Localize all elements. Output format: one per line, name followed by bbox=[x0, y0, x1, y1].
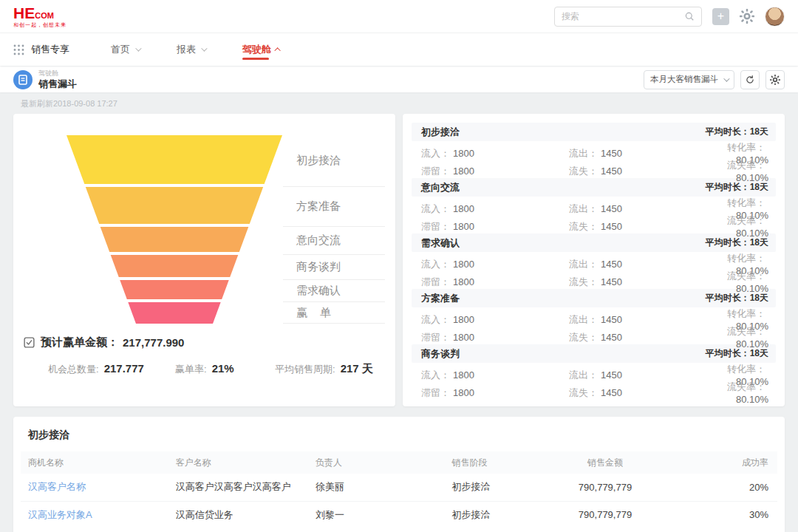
funnel-stat: 赢单率:21% bbox=[175, 362, 275, 376]
funnel-stat: 平均销售周期:217 天 bbox=[275, 362, 373, 376]
metric: 滞留：1800 bbox=[421, 220, 569, 233]
refresh-button[interactable] bbox=[740, 70, 760, 89]
funnel-segment-4[interactable] bbox=[111, 255, 239, 277]
funnel-segment-2[interactable] bbox=[86, 187, 263, 224]
metric-label: 流出： bbox=[569, 203, 598, 214]
metric: 流失：1450 bbox=[569, 220, 695, 233]
chevron-down-icon bbox=[201, 45, 207, 51]
nav-item-2[interactable]: 报表 bbox=[177, 33, 205, 66]
metric-row: 流入：1800流出：1450转化率：80.10% bbox=[412, 307, 776, 325]
metric-value: 1450 bbox=[601, 221, 622, 232]
metric-label: 流出： bbox=[569, 148, 598, 159]
table-header-row: 商机名称客户名称负责人销售阶段销售金额成功率 bbox=[21, 451, 777, 474]
stage-section-header: 初步接洽平均时长：18天 bbox=[412, 123, 776, 141]
metric-value: 1450 bbox=[601, 314, 622, 325]
stage-metrics-card: 初步接洽平均时长：18天流入：1800流出：1450转化率：80.10%滞留：1… bbox=[403, 114, 785, 406]
metric: 流出：1450 bbox=[569, 147, 695, 160]
add-button[interactable]: + bbox=[712, 8, 729, 25]
nav-item-label: 首页 bbox=[111, 43, 130, 56]
metric-label: 流失率： bbox=[727, 270, 765, 282]
table-cell: 刘黎一 bbox=[308, 501, 444, 528]
metric-value: 1450 bbox=[601, 332, 622, 343]
metric-label: 转化率： bbox=[727, 197, 765, 208]
table-row[interactable]: 汉高客户名称汉高客户汉高客户汉高客户徐美丽初步接洽790,779,77920% bbox=[21, 474, 777, 501]
metric-row: 流入：1800流出：1450转化率：80.10% bbox=[412, 197, 776, 214]
metric: 流失率：80.10% bbox=[695, 270, 768, 294]
metric-label: 滞留： bbox=[421, 276, 450, 287]
metric-label: 滞留： bbox=[421, 387, 450, 398]
nav-item-3[interactable]: 驾驶舱 bbox=[242, 33, 281, 66]
table-cell: 初步接洽 bbox=[444, 474, 539, 501]
metric-label: 转化率： bbox=[727, 364, 765, 375]
metric-label: 流失： bbox=[569, 387, 598, 398]
expected-win-amount: 预计赢单金额： 217,777.990 bbox=[24, 335, 184, 349]
metric: 流入：1800 bbox=[421, 147, 569, 160]
metric-value: 1800 bbox=[453, 314, 474, 325]
scope-select-value: 本月大客销售漏斗 bbox=[650, 74, 718, 85]
page-title-bar: 驾驶舱 销售漏斗 本月大客销售漏斗 bbox=[0, 66, 798, 92]
duration-value: 18天 bbox=[750, 293, 768, 303]
metric-value: 1800 bbox=[453, 276, 474, 287]
workspace-switcher[interactable]: 销售专享 bbox=[13, 43, 69, 56]
table-column-header: 负责人 bbox=[308, 451, 444, 474]
settings-button[interactable] bbox=[765, 70, 785, 89]
stage-duration: 平均时长：18天 bbox=[706, 181, 768, 194]
nav-menu: 首页报表驾驶舱 bbox=[111, 33, 318, 66]
metric-value: 1450 bbox=[601, 387, 622, 398]
stage-section-header: 需求确认平均时长：18天 bbox=[412, 233, 776, 252]
stage-section: 意向交流平均时长：18天流入：1800流出：1450转化率：80.10%滞留：1… bbox=[412, 178, 776, 232]
last-refresh-note: 最新刷新2018-09-08 17:27 bbox=[21, 98, 785, 109]
expected-value: 217,777.990 bbox=[123, 336, 184, 349]
expected-label: 预计赢单金额： bbox=[41, 335, 118, 349]
metric: 流出：1450 bbox=[569, 369, 695, 382]
funnel-segment-1[interactable] bbox=[66, 135, 282, 184]
global-search[interactable] bbox=[554, 7, 702, 27]
table-column-header: 商机名称 bbox=[21, 451, 168, 474]
duration-label: 平均时长： bbox=[706, 237, 750, 248]
opportunity-link[interactable]: 汉高业务对象A bbox=[21, 501, 168, 528]
user-avatar[interactable] bbox=[765, 7, 785, 27]
funnel-stat: 机会总数量:217.777 bbox=[48, 362, 175, 376]
funnel-segment-6[interactable] bbox=[128, 302, 220, 324]
metric: 流失率：80.10% bbox=[695, 381, 768, 405]
stage-duration: 平均时长：18天 bbox=[706, 347, 768, 360]
funnel-scope-select[interactable]: 本月大客销售漏斗 bbox=[644, 70, 734, 89]
page-title: 销售漏斗 bbox=[38, 79, 77, 89]
stat-label: 机会总数量: bbox=[48, 364, 99, 375]
table-body: 汉高客户名称汉高客户汉高客户汉高客户徐美丽初步接洽790,779,77920%汉… bbox=[21, 474, 777, 528]
funnel-segment-3[interactable] bbox=[100, 227, 249, 252]
metric: 滞留：1800 bbox=[421, 276, 569, 289]
funnel-card: 初步接洽方案准备意向交流商务谈判需求确认赢 单 预计赢单金额： 217,777.… bbox=[13, 114, 395, 406]
table-column-header: 销售阶段 bbox=[444, 451, 539, 474]
metric-row: 滞留：1800流失：1450流失率：80.10% bbox=[412, 159, 776, 177]
stage-section: 商务谈判平均时长：18天流入：1800流出：1450转化率：80.10%滞留：1… bbox=[412, 344, 776, 398]
stage-title: 商务谈判 bbox=[421, 347, 460, 361]
opportunity-table: 商机名称客户名称负责人销售阶段销售金额成功率 汉高客户名称汉高客户汉高客户汉高客… bbox=[21, 451, 777, 528]
table-cell: 790,779,779 bbox=[539, 501, 671, 528]
metric-value: 1800 bbox=[453, 332, 474, 343]
logo-text: HECOM bbox=[13, 5, 66, 21]
stage-section-header: 商务谈判平均时长：18天 bbox=[412, 344, 776, 363]
metric: 流失率：80.10% bbox=[695, 214, 768, 239]
metric-row: 滞留：1800流失：1450流失率：80.10% bbox=[412, 270, 776, 287]
metric-label: 流出： bbox=[569, 259, 598, 270]
funnel-labels: 初步接洽方案准备意向交流商务谈判需求确认赢 单 bbox=[283, 135, 385, 324]
table-cell: 初步接洽 bbox=[444, 501, 539, 528]
chevron-down-icon bbox=[723, 75, 729, 81]
duration-label: 平均时长： bbox=[706, 348, 750, 358]
metric-value: 1450 bbox=[601, 276, 622, 287]
search-input[interactable] bbox=[562, 11, 684, 21]
stat-label: 赢单率: bbox=[175, 364, 207, 375]
stage-panel: 初步接洽平均时长：18天流入：1800流出：1450转化率：80.10%滞留：1… bbox=[412, 123, 776, 398]
nav-item-label: 报表 bbox=[177, 43, 196, 56]
funnel-segment-5[interactable] bbox=[120, 280, 228, 299]
nav-item-1[interactable]: 首页 bbox=[111, 33, 140, 66]
metric-value: 1450 bbox=[601, 148, 622, 159]
opportunity-link[interactable]: 汉高客户名称 bbox=[21, 474, 168, 501]
metric-label: 流失率： bbox=[727, 160, 765, 171]
gear-icon[interactable] bbox=[740, 9, 754, 24]
content-area: 最新刷新2018-09-08 17:27 初步接洽方案准备意向交流商务谈判需求确… bbox=[0, 92, 798, 532]
funnel-chart[interactable] bbox=[66, 135, 282, 324]
table-row[interactable]: 汉高业务对象A汉高信贷业务刘黎一初步接洽790,779,77930% bbox=[21, 501, 777, 528]
metric-label: 流失： bbox=[569, 332, 598, 343]
